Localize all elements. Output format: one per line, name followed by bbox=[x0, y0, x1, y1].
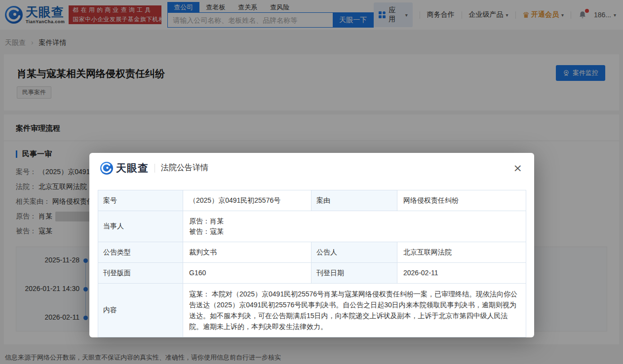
modal-close-button[interactable]: × bbox=[513, 163, 522, 174]
modal-header: 天眼查 法院公告详情 × bbox=[89, 153, 534, 183]
cell-label: 公告人 bbox=[312, 242, 397, 263]
cell-value: 网络侵权责任纠纷 bbox=[397, 190, 526, 211]
cell-label: 刊登版面 bbox=[98, 263, 183, 284]
announcement-table: 案号 （2025）京0491民初25576号 案由 网络侵权责任纠纷 当事人 原… bbox=[98, 190, 526, 337]
cell-label: 案由 bbox=[312, 190, 397, 211]
cell-value: 北京互联网法院 bbox=[397, 242, 526, 263]
cell-value-content: 寇某： 本院对（2025）京0491民初25576号肖某与寇某网络侵权责任纠纷一… bbox=[183, 284, 526, 337]
cell-value: 裁判文书 bbox=[183, 242, 312, 263]
cell-value: G160 bbox=[183, 263, 312, 284]
court-announcement-modal: 天眼查 法院公告详情 × 案号 （2025）京0491民初25576号 案由 网… bbox=[89, 153, 534, 337]
cell-label: 公告类型 bbox=[98, 242, 183, 263]
divider bbox=[155, 164, 155, 173]
table-row: 当事人 原告：肖某 被告：寇某 bbox=[98, 211, 526, 242]
cell-value: 原告：肖某 被告：寇某 bbox=[183, 211, 526, 242]
table-row: 刊登版面 G160 刊登日期 2026-02-11 bbox=[98, 263, 526, 284]
cell-value: 2026-02-11 bbox=[397, 263, 526, 284]
table-row: 内容 寇某： 本院对（2025）京0491民初25576号肖某与寇某网络侵权责任… bbox=[98, 284, 526, 337]
table-row: 公告类型 裁判文书 公告人 北京互联网法院 bbox=[98, 242, 526, 263]
tianyancha-swirl-icon bbox=[100, 162, 113, 175]
modal-brand-name: 天眼查 bbox=[116, 161, 149, 175]
modal-title: 法院公告详情 bbox=[161, 163, 208, 173]
close-icon: × bbox=[513, 162, 522, 174]
cell-value: （2025）京0491民初25576号 bbox=[183, 190, 312, 211]
cell-label: 案号 bbox=[98, 190, 183, 211]
table-row: 案号 （2025）京0491民初25576号 案由 网络侵权责任纠纷 bbox=[98, 190, 526, 211]
modal-logo: 天眼查 bbox=[100, 161, 149, 175]
party-defendant: 被告：寇某 bbox=[189, 226, 520, 237]
cell-label: 当事人 bbox=[98, 211, 183, 242]
party-plaintiff: 原告：肖某 bbox=[189, 216, 520, 226]
cell-label: 内容 bbox=[98, 284, 183, 337]
cell-label: 刊登日期 bbox=[312, 263, 397, 284]
